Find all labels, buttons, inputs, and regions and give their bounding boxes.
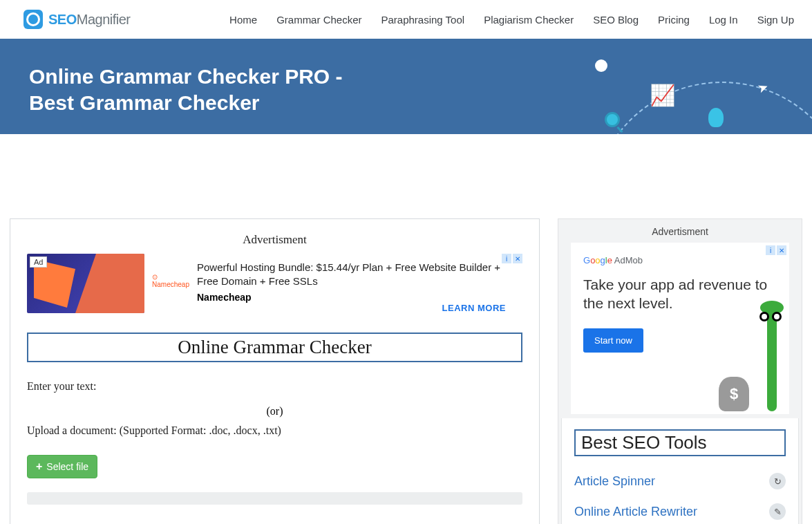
sidebar-ad-info-icon[interactable]: i bbox=[766, 245, 775, 255]
upload-doc-label: Upload a document: (Supported Format: .d… bbox=[27, 424, 522, 437]
nav-grammar-checker[interactable]: Grammar Checker bbox=[276, 14, 361, 26]
lightbulb-icon bbox=[708, 108, 724, 127]
advert-label: Advertisment bbox=[27, 233, 522, 247]
nav-login[interactable]: Log In bbox=[709, 14, 738, 26]
sidebar-ad-close-icon[interactable]: ✕ bbox=[777, 245, 786, 255]
main-tool-card: Advertisment Ad Namecheap Powerful Hosti… bbox=[10, 218, 540, 524]
chart-icon: 📈 bbox=[650, 83, 675, 107]
enter-text-label: Enter your text: bbox=[27, 380, 522, 393]
main-nav: Home Grammar Checker Paraphrasing Tool P… bbox=[229, 14, 801, 26]
tool-title-box: Online Grammar Checker bbox=[27, 333, 522, 362]
magnifier-glass-icon bbox=[605, 112, 620, 127]
ad-brand: Namecheap bbox=[197, 292, 522, 303]
brand-logo[interactable]: SEOMagnifier bbox=[11, 10, 131, 29]
spinner-icon: ↻ bbox=[769, 473, 786, 489]
tool-title: Online Grammar Checker bbox=[31, 337, 518, 358]
sidebar: Advertisment i ✕ Google AdMob Take your … bbox=[558, 218, 802, 524]
start-now-button[interactable]: Start now bbox=[583, 328, 643, 353]
or-separator: (or) bbox=[27, 405, 522, 418]
progress-bar-placeholder bbox=[27, 492, 522, 505]
hero-graphics: 📈 ➤ bbox=[549, 39, 812, 134]
seo-tools-title: Best SEO Tools bbox=[581, 432, 779, 453]
nav-pricing[interactable]: Pricing bbox=[658, 14, 690, 26]
money-bag-icon: $ bbox=[719, 377, 749, 411]
select-file-button[interactable]: + Select file bbox=[27, 455, 97, 478]
nav-signup[interactable]: Sign Up bbox=[757, 14, 794, 26]
nav-plagiarism-checker[interactable]: Plagiarism Checker bbox=[484, 14, 574, 26]
sidebar-ad-headline: Take your app ad revenue to the next lev… bbox=[583, 275, 777, 313]
sidebar-advert-label: Advertisment bbox=[558, 219, 802, 243]
tool-link-article-spinner[interactable]: Article Spinner ↻ bbox=[574, 466, 786, 496]
rewrite-icon: ✎ bbox=[769, 503, 786, 520]
nav-home[interactable]: Home bbox=[229, 14, 257, 26]
plant-mascot-icon bbox=[767, 308, 777, 411]
seo-tools-card: Best SEO Tools Article Spinner ↻ Online … bbox=[561, 418, 799, 524]
magnifier-icon bbox=[23, 10, 43, 29]
admob-logo: Google AdMob bbox=[583, 255, 777, 265]
ad-info-icon[interactable]: i bbox=[502, 254, 511, 263]
ad-headline: Powerful Hosting Bundle: $15.44/yr Plan … bbox=[197, 261, 522, 289]
inline-ad[interactable]: Ad Namecheap Powerful Hosting Bundle: $1… bbox=[27, 254, 522, 313]
ad-image: Ad bbox=[27, 254, 144, 313]
ad-badge: Ad bbox=[30, 256, 47, 268]
top-nav-bar: SEOMagnifier Home Grammar Checker Paraph… bbox=[0, 0, 812, 39]
ad-advertiser-logo: Namecheap bbox=[154, 254, 187, 288]
nav-paraphrasing-tool[interactable]: Paraphrasing Tool bbox=[381, 14, 464, 26]
ad-learn-more-link[interactable]: LEARN MORE bbox=[442, 303, 506, 313]
sidebar-ad[interactable]: i ✕ Google AdMob Take your app ad revenu… bbox=[571, 243, 789, 414]
hero-banner: Online Grammar Checker PRO - Best Gramma… bbox=[0, 39, 812, 134]
nav-seo-blog[interactable]: SEO Blog bbox=[593, 14, 639, 26]
tool-link-article-rewriter[interactable]: Online Article Rewriter ✎ bbox=[574, 496, 786, 524]
brand-text: SEOMagnifier bbox=[48, 12, 131, 28]
ad-close-icon[interactable]: ✕ bbox=[513, 254, 522, 263]
plus-icon: + bbox=[36, 460, 42, 473]
seo-tools-title-box: Best SEO Tools bbox=[574, 429, 786, 456]
